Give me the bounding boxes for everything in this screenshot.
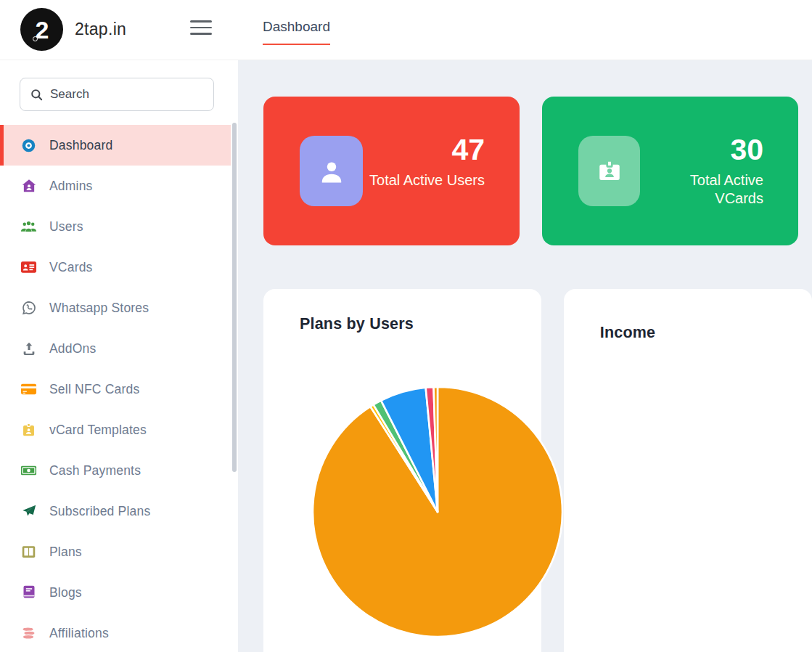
app-header: 2 2tap.in Dashboard	[0, 0, 812, 60]
sidebar-item-label: Sell NFC Cards	[49, 382, 139, 397]
sidebar-item-label: Blogs	[49, 585, 82, 600]
columns-icon	[20, 544, 37, 561]
book-icon	[20, 584, 37, 601]
sidebar-item-sell-nfc-cards[interactable]: Sell NFC Cards	[0, 369, 238, 409]
upload-icon	[20, 341, 37, 357]
sidebar-item-label: Whatsapp Stores	[49, 301, 149, 316]
sidebar-item-label: Dashboard	[49, 138, 112, 153]
stat-value: 47	[369, 133, 485, 167]
id-card-icon	[20, 259, 37, 276]
sidebar-item-label: VCards	[49, 260, 93, 275]
sidebar-item-label: Admins	[49, 179, 93, 194]
search-input[interactable]	[50, 87, 188, 102]
whatsapp-icon	[20, 300, 37, 317]
sidebar-item-vcards[interactable]: VCards	[0, 247, 238, 288]
sidebar-item-users[interactable]: Users	[0, 206, 238, 247]
search-box	[20, 78, 214, 111]
sidebar-item-blogs[interactable]: Blogs	[0, 572, 238, 613]
brand-logo[interactable]: 2 2tap.in	[20, 8, 126, 51]
id-badge-icon	[578, 136, 640, 206]
sidebar-item-plans[interactable]: Plans	[0, 531, 238, 572]
credit-card-icon	[20, 381, 37, 398]
sidebar-item-admins[interactable]: Admins	[0, 166, 238, 206]
brand-name: 2tap.in	[75, 20, 126, 39]
plans-by-users-card: Plans by Users	[263, 289, 541, 652]
income-card: Income	[564, 289, 812, 652]
sidebar-item-label: AddOns	[49, 341, 96, 356]
sidebar-item-label: Cash Payments	[49, 463, 141, 478]
plans-by-users-pie-chart[interactable]	[308, 383, 567, 641]
brand-logo-icon: 2	[20, 8, 63, 51]
sidebar-scrollbar[interactable]	[232, 123, 237, 472]
sidebar-item-whatsapp-stores[interactable]: Whatsapp Stores	[0, 288, 238, 328]
stat-label: Total Active Users	[369, 171, 485, 190]
sidebar-menu: DashboardAdminsUsersVCardsWhatsapp Store…	[0, 125, 238, 652]
sidebar-item-label: Users	[49, 219, 83, 235]
tab-dashboard[interactable]: Dashboard	[263, 19, 330, 45]
sidebar: DashboardAdminsUsersVCardsWhatsapp Store…	[0, 61, 238, 652]
stats-row: 47 Total Active Users 30 Total Active VC…	[263, 97, 812, 245]
dashboard-disc-icon	[20, 137, 37, 154]
search-icon	[30, 88, 44, 102]
sidebar-item-label: Plans	[49, 545, 82, 560]
sidebar-item-vcard-templates[interactable]: vCard Templates	[0, 409, 238, 450]
cash-icon	[20, 462, 37, 479]
card-title-plans-by-users: Plans by Users	[300, 315, 541, 333]
card-title-income: Income	[600, 324, 812, 342]
paper-plane-icon	[20, 503, 37, 520]
main-content: 47 Total Active Users 30 Total Active VC…	[238, 60, 812, 652]
app-window: 2 2tap.in Dashboard DashboardAdminsUsers…	[0, 0, 812, 652]
sidebar-item-label: Subscribed Plans	[49, 504, 150, 519]
stat-card-total-active-users: 47 Total Active Users	[263, 97, 520, 245]
sidebar-item-affiliations[interactable]: Affiliations	[0, 613, 238, 652]
sidebar-item-addons[interactable]: AddOns	[0, 328, 238, 369]
sidebar-item-dashboard[interactable]: Dashboard	[0, 125, 231, 166]
cards-row: Plans by Users Income	[263, 289, 812, 652]
sidebar-item-label: vCard Templates	[49, 423, 147, 438]
sidebar-item-label: Affiliations	[49, 626, 109, 641]
users-group-icon	[20, 219, 37, 235]
person-icon	[300, 136, 363, 206]
stat-label: Total Active VCards	[640, 171, 763, 208]
sidebar-item-cash-payments[interactable]: Cash Payments	[0, 450, 238, 491]
coins-icon	[20, 625, 37, 642]
stat-value: 30	[640, 133, 763, 167]
sidebar-item-subscribed-plans[interactable]: Subscribed Plans	[0, 491, 238, 531]
badge-icon	[20, 422, 37, 439]
stat-card-total-active-vcards: 30 Total Active VCards	[542, 97, 798, 245]
menu-toggle-button[interactable]	[190, 19, 212, 36]
admin-home-icon	[20, 178, 37, 195]
